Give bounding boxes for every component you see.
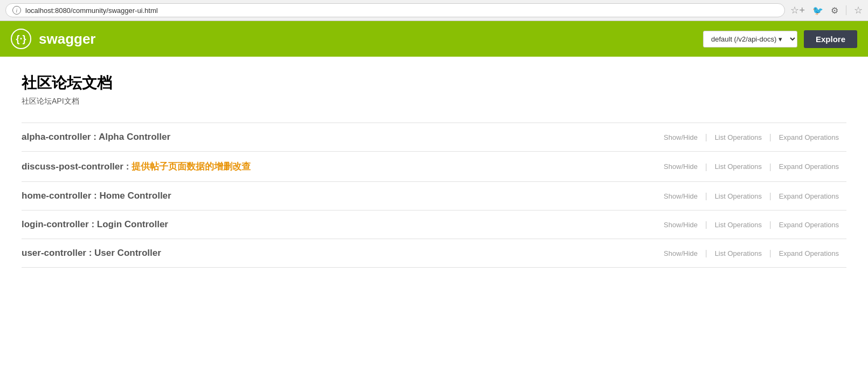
browser-extension-icon[interactable]: 🐦: [812, 5, 823, 16]
favorites-icon[interactable]: ☆: [854, 4, 863, 16]
show-hide-link-discuss[interactable]: Show/Hide: [656, 162, 705, 171]
list-operations-link-login[interactable]: List Operations: [707, 221, 769, 229]
swagger-title: swagger: [39, 31, 96, 47]
expand-operations-link-alpha[interactable]: Expand Operations: [771, 133, 846, 141]
list-operations-link-home[interactable]: List Operations: [707, 192, 769, 200]
controller-list: alpha-controller : Alpha Controller Show…: [22, 123, 846, 268]
show-hide-link-alpha[interactable]: Show/Hide: [656, 133, 705, 141]
url-text: localhost:8080/community/swagger-ui.html: [25, 6, 158, 15]
controller-name-login[interactable]: login-controller : Login Controller: [22, 219, 168, 230]
api-title: 社区论坛文档: [22, 73, 846, 93]
controller-row: user-controller : User Controller Show/H…: [22, 239, 846, 268]
browser-chrome: i localhost:8080/community/swagger-ui.ht…: [0, 0, 868, 21]
controller-name-user[interactable]: user-controller : User Controller: [22, 248, 161, 259]
controller-actions-user: Show/Hide | List Operations | Expand Ope…: [656, 249, 846, 257]
settings-icon[interactable]: ⚙: [831, 5, 838, 16]
swagger-header: {·} swagger default (/v2/api-docs) ▾ Exp…: [0, 21, 868, 57]
controller-row: alpha-controller : Alpha Controller Show…: [22, 123, 846, 151]
controller-actions-discuss: Show/Hide | List Operations | Expand Ope…: [656, 162, 846, 171]
controller-row: home-controller : Home Controller Show/H…: [22, 181, 846, 210]
api-subtitle: 社区论坛API文档: [22, 97, 846, 106]
api-docs-select[interactable]: default (/v2/api-docs) ▾: [703, 31, 797, 47]
controller-name-home[interactable]: home-controller : Home Controller: [22, 191, 171, 201]
main-content: 社区论坛文档 社区论坛API文档 alpha-controller : Alph…: [0, 57, 868, 279]
show-hide-link-user[interactable]: Show/Hide: [656, 249, 705, 257]
controller-name-chinese: 提供帖子页面数据的增删改查: [132, 161, 251, 172]
controller-actions-home: Show/Hide | List Operations | Expand Ope…: [656, 192, 846, 200]
list-operations-link-user[interactable]: List Operations: [707, 249, 769, 257]
browser-actions: ☆+ 🐦 ⚙ ☆: [790, 4, 863, 16]
chrome-divider: [846, 5, 846, 15]
address-bar[interactable]: i localhost:8080/community/swagger-ui.ht…: [5, 3, 785, 17]
explore-button[interactable]: Explore: [804, 30, 857, 48]
info-icon: i: [12, 6, 21, 15]
controller-actions-login: Show/Hide | List Operations | Expand Ope…: [656, 220, 846, 229]
show-hide-link-login[interactable]: Show/Hide: [656, 221, 705, 229]
list-operations-link-alpha[interactable]: List Operations: [707, 133, 769, 141]
list-operations-link-discuss[interactable]: List Operations: [707, 162, 769, 171]
expand-operations-link-login[interactable]: Expand Operations: [771, 221, 846, 229]
swagger-logo: {·}: [11, 29, 31, 49]
controller-actions-alpha: Show/Hide | List Operations | Expand Ope…: [656, 133, 846, 141]
controller-row: discuss-post-controller : 提供帖子页面数据的增删改查 …: [22, 151, 846, 181]
expand-operations-link-user[interactable]: Expand Operations: [771, 249, 846, 257]
show-hide-link-home[interactable]: Show/Hide: [656, 192, 705, 200]
expand-operations-link-home[interactable]: Expand Operations: [771, 192, 846, 200]
swagger-logo-symbol: {·}: [16, 33, 26, 45]
swagger-right: default (/v2/api-docs) ▾ Explore: [703, 30, 857, 48]
expand-operations-link-discuss[interactable]: Expand Operations: [771, 162, 846, 171]
swagger-brand: {·} swagger: [11, 29, 96, 49]
controller-name-discuss[interactable]: discuss-post-controller : 提供帖子页面数据的增删改查: [22, 160, 251, 173]
bookmark-add-icon[interactable]: ☆+: [790, 4, 805, 16]
controller-row: login-controller : Login Controller Show…: [22, 210, 846, 239]
controller-name-alpha[interactable]: alpha-controller : Alpha Controller: [22, 132, 170, 142]
